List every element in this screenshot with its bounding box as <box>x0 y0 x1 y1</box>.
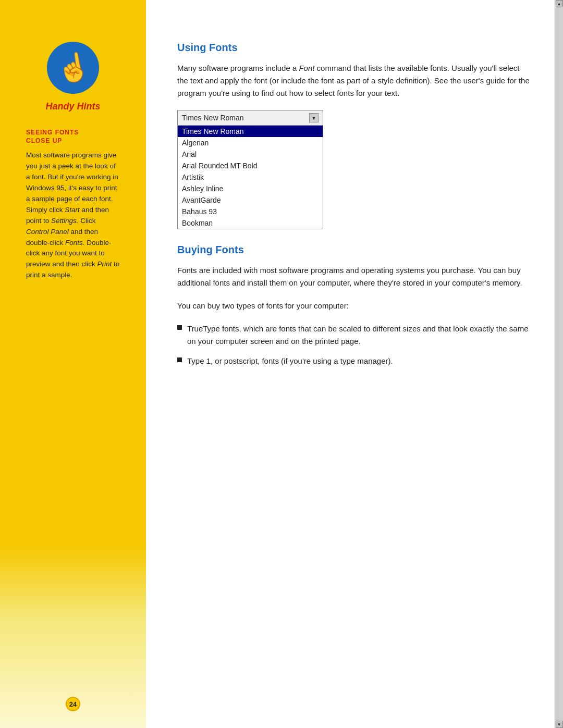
list-item[interactable]: Bookman <box>178 217 323 229</box>
hand-icon: ☝ <box>54 52 92 84</box>
sidebar-section-title: Seeing FontsClose Up <box>26 129 120 145</box>
font-dropdown-arrow-icon[interactable]: ▼ <box>309 113 319 122</box>
using-fonts-paragraph: Many software programs include a Font co… <box>177 62 532 100</box>
sidebar: ☝ Handy Hints Seeing FontsClose Up Most … <box>0 0 146 728</box>
main-content: Using Fonts Many software programs inclu… <box>146 0 563 728</box>
list-item[interactable]: Arial Rounded MT Bold <box>178 160 323 171</box>
font-list-scrollbar[interactable]: ▲ ▼ <box>555 0 563 728</box>
list-item: Type 1, or postscript, fonts (if you're … <box>177 355 532 367</box>
buying-fonts-section: Buying Fonts Fonts are included with mos… <box>177 244 532 367</box>
list-item[interactable]: Algerian <box>178 137 323 149</box>
font-dropdown-header[interactable]: Times New Roman ▼ <box>178 110 323 126</box>
buying-fonts-paragraph2: You can buy two types of fonts for your … <box>177 300 532 312</box>
handy-hints-icon-circle: ☝ <box>47 42 99 94</box>
scrollbar-down-icon[interactable]: ▼ <box>556 721 563 728</box>
bullet-text-2: Type 1, or postscript, fonts (if you're … <box>187 355 393 367</box>
bullet-square-icon <box>177 325 182 330</box>
page-number: 24 <box>66 697 80 711</box>
bullet-text-1: TrueType fonts, which are fonts that can… <box>187 323 532 348</box>
sidebar-body: Most software programs give you just a p… <box>26 150 120 281</box>
list-item[interactable]: Artistik <box>178 171 323 183</box>
buying-fonts-paragraph1: Fonts are included with most software pr… <box>177 264 532 289</box>
font-list: Times New Roman Algerian Arial Arial Rou… <box>178 126 323 229</box>
list-item[interactable]: Bahaus 93 <box>178 206 323 217</box>
scrollbar-up-icon[interactable]: ▲ <box>556 0 563 7</box>
list-item[interactable]: AvantGarde <box>178 194 323 206</box>
list-item[interactable]: Arial <box>178 149 323 160</box>
font-dropdown-selected-value: Times New Roman <box>182 114 244 122</box>
font-list-wrapper: Times New Roman Algerian Arial Arial Rou… <box>178 126 323 229</box>
using-fonts-section: Using Fonts Many software programs inclu… <box>177 42 532 229</box>
bullet-list: TrueType fonts, which are fonts that can… <box>177 323 532 367</box>
bullet-square-icon <box>177 357 182 362</box>
buying-fonts-title: Buying Fonts <box>177 244 532 256</box>
list-item[interactable]: Times New Roman <box>178 126 323 137</box>
font-dropdown[interactable]: Times New Roman ▼ Times New Roman Algeri… <box>177 110 323 229</box>
list-item[interactable]: Ashley Inline <box>178 183 323 194</box>
sidebar-title: Handy Hints <box>45 101 100 112</box>
using-fonts-title: Using Fonts <box>177 42 532 54</box>
list-item: TrueType fonts, which are fonts that can… <box>177 323 532 348</box>
